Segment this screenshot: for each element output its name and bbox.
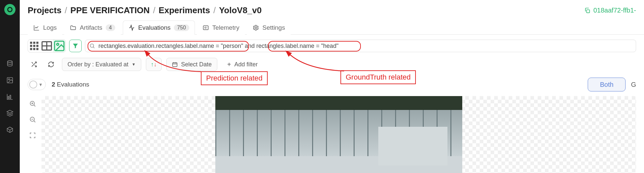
chevron-down-icon: ▼ bbox=[132, 62, 136, 67]
zoom-out-icon bbox=[29, 116, 36, 123]
results-header: ▼ 2 Evaluations Both G bbox=[20, 76, 644, 96]
tab-label: Settings bbox=[262, 24, 285, 31]
svg-point-2 bbox=[8, 79, 10, 80]
shuffle-button[interactable] bbox=[28, 58, 40, 71]
select-all-checkbox[interactable]: ▼ bbox=[28, 79, 46, 90]
svg-point-7 bbox=[255, 27, 257, 29]
main-panel: Projects/ PPE VERIFICATION/ Experiments/… bbox=[20, 0, 644, 173]
toggle-label-partial[interactable]: G bbox=[631, 81, 636, 88]
annotation-arrow-prediction bbox=[145, 51, 237, 78]
zoom-in-button[interactable] bbox=[28, 99, 38, 109]
add-filter-label: Add filter bbox=[234, 61, 258, 68]
svg-rect-14 bbox=[30, 48, 32, 50]
copy-icon bbox=[584, 7, 591, 14]
telemetry-icon bbox=[202, 24, 209, 31]
image-icon[interactable] bbox=[6, 77, 13, 84]
zoom-out-button[interactable] bbox=[28, 115, 38, 124]
svg-rect-10 bbox=[36, 42, 38, 44]
tab-label: Artifacts bbox=[80, 24, 102, 31]
image-icon bbox=[53, 40, 66, 52]
grid-icon bbox=[28, 40, 40, 52]
tabs: Logs Artifacts 4 Evaluations 750 Telemet… bbox=[20, 20, 644, 35]
columns-icon bbox=[40, 40, 53, 52]
image-tools bbox=[28, 96, 38, 173]
filter-button[interactable] bbox=[69, 40, 82, 52]
refresh-icon bbox=[48, 61, 54, 68]
zoom-in-icon bbox=[29, 100, 36, 107]
hash-link[interactable]: 018aaf72-ffb1- bbox=[584, 7, 636, 14]
evaluation-image bbox=[215, 96, 462, 173]
order-by-dropdown[interactable]: Order by : Evaluated at ▼ bbox=[62, 58, 141, 71]
svg-rect-4 bbox=[10, 95, 11, 98]
tab-label: Logs bbox=[43, 24, 57, 31]
svg-rect-3 bbox=[8, 96, 9, 98]
svg-rect-5 bbox=[587, 10, 590, 13]
chevron-down-icon: ▼ bbox=[39, 82, 43, 87]
svg-rect-8 bbox=[30, 42, 32, 44]
order-by-label: Order by : Evaluated at bbox=[67, 61, 128, 68]
grid-view-button[interactable] bbox=[28, 40, 40, 52]
breadcrumb-part[interactable]: PPE VERIFICATION bbox=[70, 5, 150, 16]
svg-rect-16 bbox=[36, 48, 38, 50]
chart-icon[interactable] bbox=[6, 93, 13, 100]
view-mode-group bbox=[28, 39, 66, 52]
breadcrumb-part[interactable]: YoloV8_v0 bbox=[219, 5, 262, 16]
svg-rect-12 bbox=[33, 45, 35, 47]
tab-label: Telemetry bbox=[212, 24, 239, 31]
tab-label: Evaluations bbox=[138, 24, 171, 31]
tab-badge: 4 bbox=[106, 24, 115, 31]
database-icon[interactable] bbox=[6, 60, 13, 67]
table-view-button[interactable] bbox=[40, 40, 53, 52]
svg-rect-9 bbox=[33, 42, 35, 44]
svg-rect-13 bbox=[36, 45, 38, 47]
shuffle-icon bbox=[31, 61, 37, 68]
breadcrumb[interactable]: Projects/ PPE VERIFICATION/ Experiments/… bbox=[28, 5, 262, 16]
annotation-arrow-gt bbox=[286, 51, 379, 78]
folder-icon bbox=[70, 24, 76, 31]
refresh-button[interactable] bbox=[45, 58, 57, 71]
annotation-box-gt-query bbox=[268, 41, 361, 52]
funnel-icon bbox=[72, 43, 79, 49]
box-icon[interactable] bbox=[6, 126, 13, 133]
chart-line-icon bbox=[33, 24, 40, 31]
activity-icon bbox=[128, 24, 135, 31]
maximize-icon bbox=[29, 132, 36, 139]
fullscreen-button[interactable] bbox=[28, 130, 38, 140]
hash-text: 018aaf72-ffb1- bbox=[593, 7, 636, 14]
layers-icon[interactable] bbox=[6, 110, 13, 117]
tab-telemetry[interactable]: Telemetry bbox=[197, 20, 245, 35]
annotation-box-prediction-query bbox=[88, 41, 249, 52]
tab-badge: 750 bbox=[174, 24, 189, 31]
svg-rect-15 bbox=[33, 48, 35, 50]
svg-rect-11 bbox=[30, 45, 32, 47]
tab-evaluations[interactable]: Evaluations 750 bbox=[123, 20, 195, 35]
app-logo[interactable] bbox=[4, 4, 15, 15]
breadcrumb-part[interactable]: Experiments bbox=[159, 5, 210, 16]
svg-point-0 bbox=[8, 61, 13, 63]
both-toggle-button[interactable]: Both bbox=[588, 78, 626, 91]
left-sidebar bbox=[0, 0, 20, 173]
tab-logs[interactable]: Logs bbox=[28, 20, 62, 35]
checkbox-icon bbox=[29, 81, 37, 88]
breadcrumb-part[interactable]: Projects bbox=[28, 5, 62, 16]
image-canvas[interactable] bbox=[41, 96, 636, 173]
evaluation-count: 2 Evaluations bbox=[52, 81, 89, 88]
image-view-button[interactable] bbox=[53, 40, 66, 52]
tab-artifacts[interactable]: Artifacts 4 bbox=[64, 20, 121, 35]
tab-settings[interactable]: Settings bbox=[247, 20, 291, 35]
content-area bbox=[20, 96, 644, 173]
gear-icon bbox=[253, 24, 259, 31]
svg-point-21 bbox=[57, 43, 59, 45]
